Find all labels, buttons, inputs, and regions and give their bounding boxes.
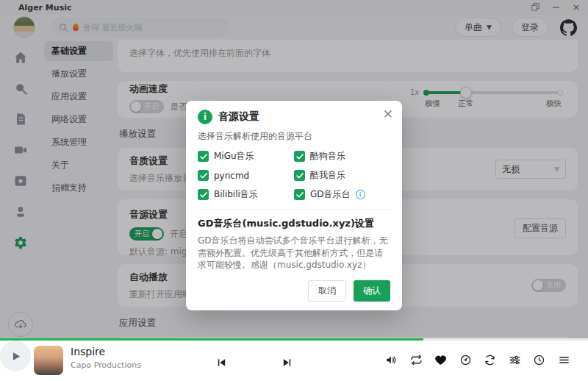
history-icon[interactable] [533,354,545,366]
gd-section-paragraph: GD音乐台将自动尝试多个音乐平台进行解析，无需额外配置。优先级高于其他解析方式，… [198,235,390,271]
player-right-controls [385,354,570,366]
play-icon [10,350,22,363]
modal-close-icon[interactable]: ✕ [383,108,393,121]
track-artist: Capo Productions [71,360,141,370]
source-checkbox-kugou[interactable]: 酷狗音乐 [294,150,390,163]
cancel-button[interactable]: 取消 [308,280,346,302]
audio-source-modal: i 音源设置 ✕ 选择音乐解析使用的音源平台 MiGu音乐 酷狗音乐 pyncm… [186,101,402,310]
sync-icon[interactable] [484,354,496,366]
album-art[interactable] [34,346,63,375]
player-bar: Inspire Capo Productions [0,338,588,381]
source-checkbox-pyncmd[interactable]: pyncmd [198,169,294,182]
source-checkbox-kuwo[interactable]: 酷我音乐 [294,169,390,182]
playback-speed-icon[interactable] [459,354,472,366]
heart-icon[interactable] [434,354,447,366]
previous-button[interactable] [216,357,227,368]
gd-info-icon[interactable]: i [356,190,365,199]
track-title: Inspire [71,346,141,357]
source-checkbox-grid: MiGu音乐 酷狗音乐 pyncmd 酷我音乐 Bilibili音乐 GD音乐台 [198,150,390,201]
divider [198,209,390,210]
checkbox-checked-icon [198,189,209,200]
source-checkbox-migu[interactable]: MiGu音乐 [198,150,294,163]
source-checkbox-gd[interactable]: GD音乐台 i [294,188,390,201]
gd-section-title: GD音乐台(music.gdstudio.xyz)设置 [198,217,390,230]
equalizer-icon[interactable] [509,354,521,366]
volume-icon[interactable] [385,354,398,366]
checkbox-checked-icon [198,151,209,162]
app-window: Alger Music × 舍得 最近很火哦 单曲 ▼ 登录 [0,0,588,381]
modal-subtitle: 选择音乐解析使用的音源平台 [198,130,390,143]
repeat-icon[interactable] [410,354,423,366]
next-button[interactable] [282,357,293,368]
info-icon: i [198,110,212,124]
checkbox-checked-icon [294,170,305,181]
source-checkbox-bilibili[interactable]: Bilibili音乐 [198,188,294,201]
confirm-button[interactable]: 确认 [354,280,390,302]
play-button[interactable] [0,341,31,371]
modal-title: 音源设置 [218,110,259,124]
checkbox-checked-icon [198,170,209,181]
checkbox-checked-icon [294,189,305,200]
queue-icon[interactable] [558,354,570,366]
checkbox-checked-icon [294,151,305,162]
